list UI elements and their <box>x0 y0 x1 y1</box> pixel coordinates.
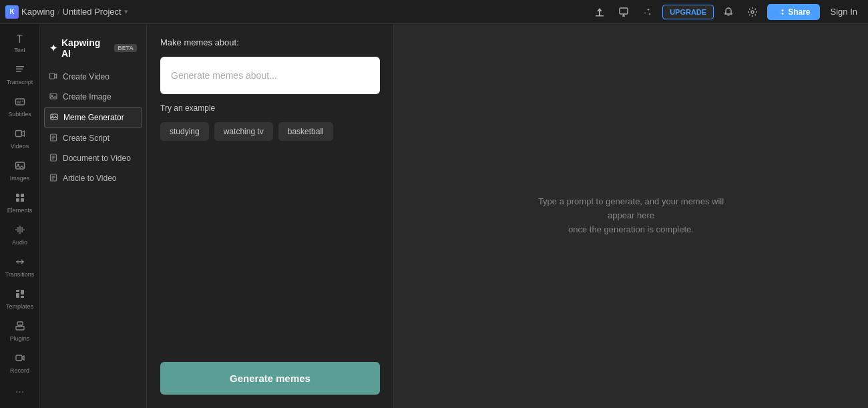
panel-sidebar: ✦ Kapwing AI BETA Create Video Create Im… <box>40 24 147 408</box>
menu-item-create-script-label: Create Script <box>63 134 110 143</box>
sidebar-more[interactable]: ··· <box>10 381 29 403</box>
panel-title: Kapwing AI <box>61 37 110 59</box>
upload-button[interactable] <box>590 3 609 21</box>
svg-rect-11 <box>15 131 21 137</box>
monitor-button[interactable] <box>614 3 633 21</box>
left-sidebar: T Text Transcript Subtitles Videos <box>0 24 40 408</box>
chip-studying[interactable]: studying <box>160 122 209 141</box>
sidebar-item-plugins[interactable]: Plugins <box>3 317 37 346</box>
share-label: Share <box>788 7 810 17</box>
images-icon <box>15 160 25 174</box>
sidebar-item-images[interactable]: Images <box>3 156 37 186</box>
transcript-icon <box>15 64 25 77</box>
meme-panel-title: Make memes about: <box>160 37 380 47</box>
sidebar-item-audio[interactable]: Audio <box>3 220 37 250</box>
menu-item-document-to-video-label: Document to Video <box>63 154 131 163</box>
plugins-icon <box>15 321 25 334</box>
svg-rect-0 <box>596 15 604 17</box>
example-chips: studying watching tv basketball <box>160 122 380 141</box>
content-area: Make memes about: Try an example studyin… <box>147 24 868 408</box>
canvas-area: Type a prompt to generate, and your meme… <box>394 24 868 408</box>
menu-item-article-to-video[interactable]: Article to Video <box>40 168 146 188</box>
ai-sparkle-icon: ✦ <box>49 43 57 53</box>
record-icon <box>15 353 25 366</box>
sidebar-item-transcript[interactable]: Transcript <box>3 60 37 89</box>
sidebar-item-videos[interactable]: Videos <box>3 124 37 154</box>
generate-memes-button[interactable]: Generate memes <box>160 362 380 395</box>
svg-rect-4 <box>16 69 23 70</box>
settings-button[interactable] <box>743 3 762 21</box>
svg-rect-3 <box>16 66 24 67</box>
create-script-icon <box>49 134 57 143</box>
menu-item-create-image-label: Create Image <box>63 92 112 101</box>
transitions-icon <box>15 256 25 270</box>
menu-item-article-to-video-label: Article to Video <box>63 174 117 183</box>
sidebar-item-images-label: Images <box>10 175 30 182</box>
sidebar-item-text-label: Text <box>14 47 25 53</box>
svg-rect-21 <box>21 296 24 298</box>
document-to-video-icon <box>49 154 57 163</box>
svg-rect-14 <box>16 194 19 197</box>
svg-rect-15 <box>21 194 24 197</box>
svg-rect-27 <box>51 114 57 120</box>
svg-rect-18 <box>16 290 19 292</box>
sidebar-item-elements[interactable]: Elements <box>3 188 37 218</box>
svg-rect-8 <box>19 101 21 101</box>
sidebar-item-transitions[interactable]: Transitions <box>3 252 37 282</box>
svg-rect-5 <box>16 71 21 72</box>
svg-rect-7 <box>17 101 19 101</box>
brand-name: Kapwing <box>21 7 55 17</box>
magic-button[interactable] <box>638 3 657 21</box>
sidebar-item-record-label: Record <box>10 367 29 374</box>
sidebar-item-subtitles[interactable]: Subtitles <box>3 92 37 122</box>
kapwing-logo-icon: K <box>5 5 19 19</box>
videos-icon <box>15 128 25 142</box>
menu-item-create-video[interactable]: Create Video <box>40 67 146 87</box>
menu-item-document-to-video[interactable]: Document to Video <box>40 148 146 168</box>
menu-item-create-video-label: Create Video <box>63 72 110 81</box>
elements-icon <box>15 192 25 206</box>
menu-item-meme-generator-label: Meme Generator <box>63 113 124 122</box>
signin-button[interactable]: Sign In <box>825 7 863 17</box>
project-chevron-icon: ▾ <box>124 7 128 16</box>
sidebar-item-transitions-label: Transitions <box>5 271 35 278</box>
subtitles-icon <box>15 96 25 110</box>
menu-item-create-image[interactable]: Create Image <box>40 87 146 107</box>
sidebar-item-transcript-label: Transcript <box>7 79 33 85</box>
sidebar-item-subtitles-label: Subtitles <box>8 111 31 118</box>
upgrade-button[interactable]: UPGRADE <box>662 5 714 19</box>
meme-prompt-input[interactable] <box>160 57 380 94</box>
sidebar-item-elements-label: Elements <box>7 207 33 214</box>
svg-rect-1 <box>620 8 628 14</box>
svg-rect-22 <box>17 322 23 325</box>
project-name: Untitled Project <box>63 7 122 17</box>
sidebar-item-templates-label: Templates <box>6 303 33 310</box>
generate-area: Generate memes <box>160 362 380 395</box>
beta-badge: BETA <box>114 44 137 52</box>
svg-rect-17 <box>21 198 24 202</box>
breadcrumb-separator: / <box>57 7 60 17</box>
article-to-video-icon <box>49 174 57 183</box>
menu-item-create-script[interactable]: Create Script <box>40 128 146 148</box>
sidebar-item-record[interactable]: Record <box>3 349 37 378</box>
svg-rect-24 <box>50 73 55 79</box>
create-video-icon <box>49 72 57 81</box>
svg-rect-19 <box>16 293 19 298</box>
notifications-button[interactable] <box>719 3 738 21</box>
panel-header: ✦ Kapwing AI BETA <box>40 32 146 67</box>
sidebar-item-templates[interactable]: Templates <box>3 284 37 314</box>
topbar: K Kapwing / Untitled Project ▾ UPGRADE S… <box>0 0 868 24</box>
sidebar-item-text[interactable]: T Text <box>3 29 37 57</box>
chip-watching-tv[interactable]: watching tv <box>214 122 273 141</box>
sidebar-item-videos-label: Videos <box>11 143 29 150</box>
chip-basketball[interactable]: basketball <box>278 122 333 141</box>
share-button[interactable]: Share <box>767 4 819 20</box>
menu-item-meme-generator[interactable]: Meme Generator <box>44 107 142 128</box>
svg-rect-9 <box>22 101 23 101</box>
text-icon: T <box>17 33 23 45</box>
meme-generator-icon <box>50 113 58 122</box>
svg-rect-20 <box>21 290 24 294</box>
main-layout: T Text Transcript Subtitles Videos <box>0 24 868 408</box>
topbar-logo: K Kapwing / Untitled Project ▾ <box>5 5 128 19</box>
svg-rect-16 <box>16 198 19 202</box>
